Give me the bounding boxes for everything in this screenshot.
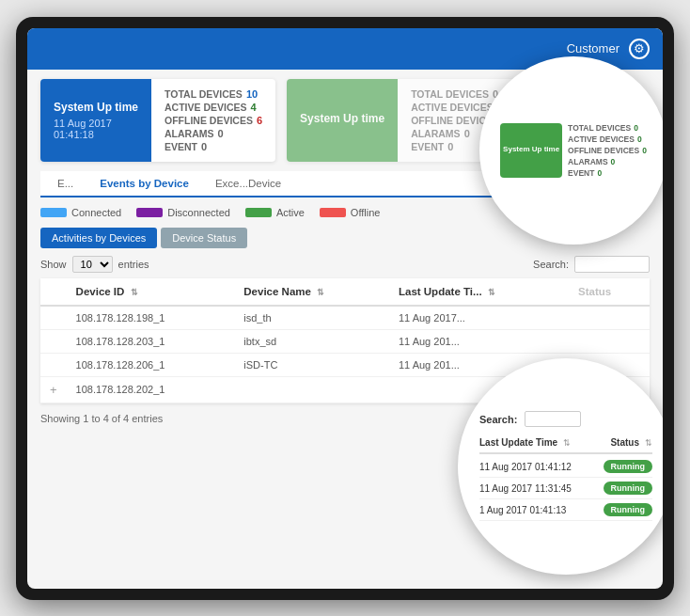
col-header-device-id[interactable]: Device ID ⇅ [67,278,235,306]
card1-alarms-val: 0 [218,128,224,139]
col-last-update-sort: ⇅ [563,438,571,448]
circle-search-label: Search: [479,414,517,425]
entries-label: entries [118,259,149,270]
show-label: Show [40,259,67,270]
tab-exce-device[interactable]: Exce...Device [202,171,294,197]
sub-tab-activities[interactable]: Activities by Devices [40,228,157,248]
connected-label: Connected [71,207,121,218]
row2-last-update: 11 Aug 201... [389,329,569,353]
card1-offline-row: OFFLINE DEVICES 6 [165,115,262,126]
device-frame: Customer ⚙ System Up time 11 Aug 2017 01… [16,17,674,600]
disconnected-label: Disconnected [167,207,230,218]
table-row: 108.178.128.198_1 isd_th 11 Aug 2017... [40,306,650,330]
circle-box-title: System Up time [503,145,559,154]
circle-row-3: 1 Aug 2017 01:41:13 Running [479,499,652,521]
circle-search-row: Search: [479,411,652,427]
card1-event-row: EVENT 0 [165,141,262,152]
active-dot [245,208,272,217]
circle-date-1: 11 Aug 2017 01:41:12 [479,462,572,472]
circle-stats: TOTAL DEVICES 0 ACTIVE DEVICES 0 OFFLINE… [568,123,647,178]
circle-row-1: 11 Aug 2017 01:41:12 Running [479,456,652,478]
offline-dot [320,208,346,217]
connected-dot [40,208,67,217]
circle-search-input[interactable] [525,411,581,427]
legend-disconnected: Disconnected [136,207,230,218]
c-total-label: TOTAL DEVICES [568,123,631,133]
search-box: Search: [533,256,650,273]
row3-num [40,353,67,376]
card2-event-label: EVENT [411,141,444,152]
tab-events-by-device[interactable]: Events by Device [86,171,202,197]
offline-label: Offline [351,207,381,218]
card2-left: System Up time [287,79,398,162]
circle-date-3: 1 Aug 2017 01:41:13 [479,505,566,515]
card2-active-label: ACTIVE DEVICES [411,102,494,113]
card1-active-val: 4 [251,102,257,113]
running-badge-3: Running [604,503,653,516]
running-badge-1: Running [604,460,653,473]
legend-active: Active [245,207,305,218]
row1-last-update: 11 Aug 2017... [389,306,569,330]
card1-total-row: TOTAL DEVICES 10 [165,88,262,100]
col-status-header: Status ⇅ [610,437,652,448]
c-active-val: 0 [637,134,642,144]
tab-e[interactable]: E... [44,171,86,197]
card1-right: TOTAL DEVICES 10 ACTIVE DEVICES 4 OFFLIN… [151,79,275,162]
c-offline-val: 0 [642,146,647,155]
row1-status [569,306,650,330]
entries-select[interactable]: 10 25 50 [72,256,113,273]
card1-total-val: 10 [246,88,258,100]
gear-icon[interactable]: ⚙ [629,39,650,59]
col-header-status[interactable]: Status [569,278,650,306]
row3-device-id: 108.178.128.206_1 [67,353,235,376]
row1-device-name: isd_th [234,306,389,330]
col-header-device-name[interactable]: Device Name ⇅ [234,278,389,306]
row4-plus[interactable]: + [40,376,67,403]
col-header-num [40,278,67,306]
plus-icon[interactable]: + [50,383,57,397]
c-event-val: 0 [597,168,602,178]
circle-row-2: 11 Aug 2017 11:31:45 Running [479,478,652,499]
c-total-val: 0 [634,123,638,133]
c-alarms-row: ALARAMS 0 [568,157,647,166]
card1-alarms-label: ALARAMS [165,128,214,139]
c-active-label: ACTIVE DEVICES [568,134,635,144]
legend-connected: Connected [40,207,121,218]
col-status-sort: ⇅ [645,438,652,448]
row2-num [40,329,67,353]
card2-total-label: TOTAL DEVICES [411,88,489,100]
row3-device-name: iSD-TC [234,353,389,376]
c-alarms-label: ALARAMS [568,157,608,166]
circle-top: System Up time TOTAL DEVICES 0 ACTIVE DE… [479,56,663,245]
circle-col-headers: Last Update Time ⇅ Status ⇅ [479,434,652,454]
card1-event-val: 0 [201,141,207,152]
circle-table: 11 Aug 2017 01:41:12 Running 11 Aug 2017… [479,456,652,521]
col-status-text: Status [610,437,639,448]
row4-device-id: 108.178.128.202_1 [67,376,235,403]
circle-top-inner: System Up time TOTAL DEVICES 0 ACTIVE DE… [498,123,649,178]
card1-alarms-row: ALARAMS 0 [165,128,262,139]
row2-device-id: 108.178.128.203_1 [67,329,235,353]
disconnected-dot [136,208,163,217]
circle-bottom: Search: Last Update Time ⇅ Status ⇅ 11 A… [458,358,663,575]
c-active-row: ACTIVE DEVICES 0 [568,134,647,144]
row1-num [40,306,67,330]
search-label: Search: [533,259,569,270]
card1-time: 01:41:18 [54,129,138,140]
card1-offline-val: 6 [257,115,262,126]
showing-text: Showing 1 to 4 of 4 entries [40,413,163,424]
sort-icon-device-id: ⇅ [131,288,138,297]
card1-active-label: ACTIVE DEVICES [165,102,247,113]
sub-tab-device-status[interactable]: Device Status [161,228,247,248]
circle-green-box: System Up time [500,123,562,178]
card1-active-row: ACTIVE DEVICES 4 [165,102,262,113]
header-username: Customer [567,41,619,55]
card1-event-label: EVENT [165,141,197,152]
search-input[interactable] [574,256,650,273]
col-header-last-update[interactable]: Last Update Ti... ⇅ [389,278,569,306]
card2-alarms2-val: 0 [464,128,470,139]
card1-date: 11 Aug 2017 [54,118,138,129]
col-last-update-text: Last Update Time [479,437,557,448]
c-total-row: TOTAL DEVICES 0 [568,123,647,133]
col-last-update-header: Last Update Time ⇅ [479,437,571,448]
